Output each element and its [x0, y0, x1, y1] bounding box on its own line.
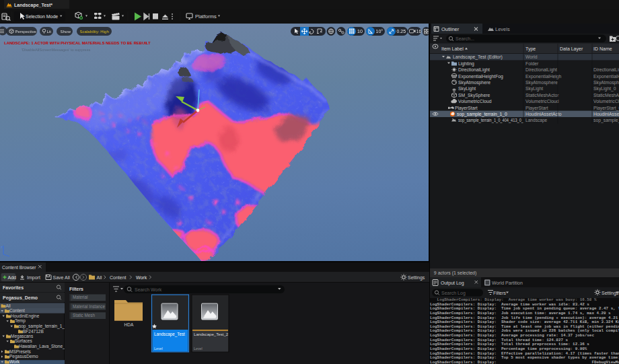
svg-text:Levels: Levels — [495, 26, 510, 32]
svg-text:Level: Level — [154, 347, 163, 351]
svg-text:Type: Type — [525, 46, 536, 52]
svg-text:Lighting: Lighting — [458, 61, 474, 66]
svg-text:MSPresets: MSPresets — [9, 349, 32, 354]
svg-text:Material Instance: Material Instance — [73, 304, 105, 309]
svg-text:Data Layer: Data Layer — [560, 46, 583, 52]
svg-text:ExponentialHeightFog: ExponentialHeightFog — [458, 73, 503, 79]
svg-text:Outliner: Outliner — [441, 26, 460, 32]
svg-text:PlayerStart_0: PlayerStart_0 — [593, 105, 619, 110]
svg-text:StaticMeshA: StaticMeshA — [593, 92, 619, 97]
svg-text:Scalability: High: Scalability: High — [80, 29, 109, 34]
svg-text:Content Browser: Content Browser — [2, 265, 36, 270]
svg-text:Lit: Lit — [47, 29, 52, 34]
svg-text:SM_SkySphere: SM_SkySphere — [458, 92, 490, 98]
svg-text:Work: Work — [136, 275, 147, 280]
svg-text:Static Mesh: Static Mesh — [73, 313, 95, 318]
svg-text:Work: Work — [9, 359, 20, 364]
svg-text:Content: Content — [9, 308, 25, 313]
svg-text:ID Name: ID Name — [593, 46, 612, 51]
svg-text:Landscape_Test*: Landscape_Test* — [14, 3, 52, 8]
svg-text:ExponentialHeigh: ExponentialHeigh — [525, 73, 561, 79]
svg-text:SkyAtmosphere: SkyAtmosphere — [525, 80, 558, 85]
svg-text:Landscape: Landscape — [525, 118, 548, 123]
svg-text:PlayerStart: PlayerStart — [455, 105, 478, 110]
svg-text:World: World — [525, 54, 538, 59]
svg-text:Landscape_Test: Landscape_Test — [154, 332, 185, 337]
svg-text:Surfaces: Surfaces — [15, 338, 32, 343]
svg-text:Favorites: Favorites — [3, 285, 24, 290]
svg-text:DirectionalLight: DirectionalLight — [458, 67, 490, 73]
svg-text:Landscape_Test_2: Landscape_Test_2 — [194, 332, 229, 336]
svg-text:Material: Material — [73, 295, 87, 299]
svg-text:z: z — [1, 245, 3, 249]
svg-text:VolumetricClo: VolumetricClo — [593, 99, 619, 104]
svg-text:PlayerStart: PlayerStart — [525, 105, 548, 110]
svg-text:BF24712B: BF24712B — [23, 329, 44, 334]
svg-text:Content: Content — [110, 275, 126, 280]
svg-text:Landscape_Test (Editor): Landscape_Test (Editor) — [453, 54, 503, 60]
svg-text:SkyLight: SkyLight — [525, 86, 543, 92]
svg-text:sop_sample_terrain_1_0_404_413: sop_sample_terrain_1_0_404_413_0_ — [458, 118, 523, 123]
svg-text:Item Label: Item Label — [441, 46, 464, 51]
svg-text:Add: Add — [8, 275, 17, 280]
svg-text:DirectionalLig: DirectionalLig — [593, 67, 619, 73]
svg-text:PegasusDemo: PegasusDemo — [9, 354, 38, 359]
svg-text:Folder: Folder — [525, 61, 539, 65]
svg-text:ExponentialHe: ExponentialHe — [593, 73, 619, 79]
svg-text:SkyAtmosphe: SkyAtmosphe — [593, 80, 619, 85]
svg-text:sop_sample_terrain_1_0: sop_sample_terrain_1_0 — [457, 111, 507, 116]
svg-text:StaticMeshActor: StaticMeshActor — [525, 92, 559, 97]
svg-text:HoudiniAssetActo: HoudiniAssetActo — [525, 111, 562, 116]
svg-text:Output Log: Output Log — [441, 281, 464, 286]
svg-text:sop_sample_t: sop_sample_t — [593, 118, 619, 123]
svg-text:Show: Show — [61, 29, 71, 34]
svg-text:SkyLight: SkyLight — [458, 86, 476, 92]
svg-text:HDA: HDA — [124, 322, 134, 327]
svg-text:SkyAtmosphere: SkyAtmosphere — [458, 80, 490, 85]
svg-text:Settings: Settings — [602, 291, 619, 296]
svg-text:Pegasus_Demo: Pegasus_Demo — [3, 295, 38, 301]
svg-text:Settings: Settings — [408, 275, 425, 281]
svg-text:Search Work: Search Work — [135, 287, 162, 292]
svg-text:Filters: Filters — [69, 287, 83, 291]
svg-text:16: 16 — [416, 29, 422, 34]
svg-text:Search...: Search... — [456, 36, 474, 41]
svg-text:VolumetricCloud: VolumetricCloud — [525, 99, 559, 104]
svg-text:DirectionalLight: DirectionalLight — [525, 67, 557, 73]
svg-text:SkyLight_0: SkyLight_0 — [593, 86, 616, 92]
svg-text:World Partition: World Partition — [492, 281, 523, 285]
svg-text:10: 10 — [357, 29, 363, 34]
svg-text:Search Log: Search Log — [441, 291, 466, 296]
svg-text:10°: 10° — [376, 29, 384, 34]
svg-text:All: All — [97, 275, 102, 280]
svg-text:Perspective: Perspective — [15, 30, 37, 34]
svg-text:Level: Level — [194, 347, 203, 351]
svg-text:Import: Import — [27, 275, 40, 281]
svg-text:Save All: Save All — [53, 275, 71, 280]
svg-text:Filters: Filters — [493, 291, 507, 295]
svg-text:VolumetricCloud: VolumetricCloud — [458, 99, 492, 104]
svg-text:HoudiniAssetA: HoudiniAssetA — [593, 111, 619, 116]
svg-text:All: All — [6, 303, 11, 308]
svg-text:Platforms: Platforms — [195, 13, 217, 20]
svg-text:0.25: 0.25 — [397, 29, 406, 34]
